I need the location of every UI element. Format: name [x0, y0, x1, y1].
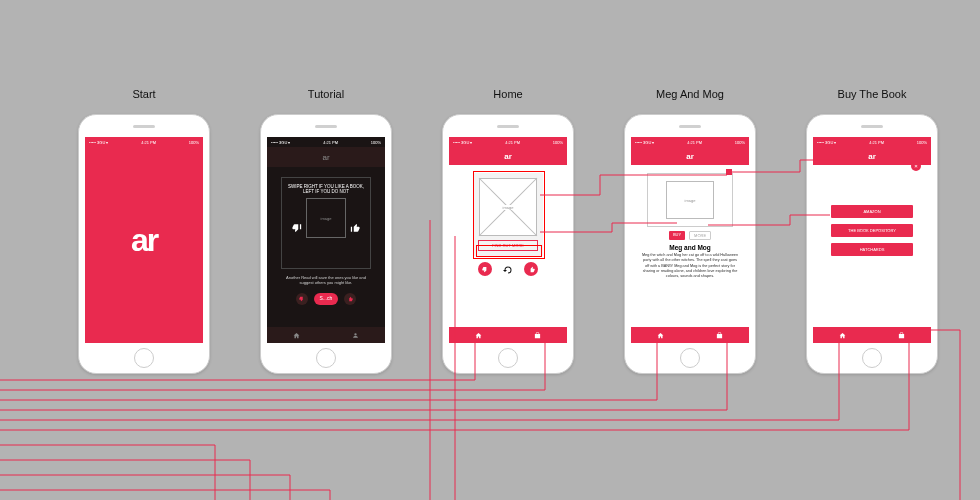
buy-tag[interactable]: BUY	[669, 231, 685, 240]
profile-icon[interactable]	[352, 332, 359, 339]
home-button[interactable]	[498, 348, 518, 368]
tutorial-frame: SWIPE RIGHT IF YOU LIKE A BOOK, LEFT IF …	[281, 177, 371, 269]
bottom-nav	[449, 327, 567, 343]
home-button[interactable]	[316, 348, 336, 368]
app-header: ar	[449, 147, 567, 165]
home-icon[interactable]	[657, 332, 664, 339]
phone-frame: ••••• 3GU ▾ 4:21 PM 100% ar image FIND O…	[442, 114, 574, 374]
thumb-up-icon	[347, 296, 353, 302]
more-tag[interactable]: MORE	[689, 231, 711, 240]
tutorial-body: Another Read will save the ones you like…	[283, 275, 369, 285]
screen-buy: Buy The Book ••••• 3GU ▾ 4:21 PM 100% ar…	[806, 88, 938, 374]
home-button[interactable]	[134, 348, 154, 368]
home-icon[interactable]	[475, 332, 482, 339]
bottom-nav	[267, 327, 385, 343]
phone-frame: ••••• 3GU ▾ 4:21 PM 100% ar × AMAZON THE…	[806, 114, 938, 374]
bottom-nav	[813, 327, 931, 343]
thumb-down-icon	[299, 296, 305, 302]
start-screen: ••••• 3GU ▾ 4:21 PM 100% ar	[85, 137, 203, 343]
wireframe-canvas: Start ••••• 3GU ▾ 4:21 PM 100% ar Tutori…	[0, 0, 980, 500]
dislike-button[interactable]	[296, 293, 308, 305]
close-button[interactable]: ×	[911, 161, 921, 171]
screen-detail: Meg And Mog ••••• 3GU ▾ 4:21 PM 100% ar …	[624, 88, 756, 374]
screen-label: Meg And Mog	[624, 88, 756, 100]
like-button[interactable]	[344, 293, 356, 305]
home-icon[interactable]	[293, 332, 300, 339]
thumb-up-icon	[528, 266, 535, 273]
buy-option-amazon[interactable]: AMAZON	[831, 205, 913, 218]
screen-label: Start	[78, 88, 210, 100]
bag-icon[interactable]	[898, 332, 905, 339]
detail-image-placeholder: image	[666, 181, 714, 219]
status-bar: ••••• 3GU ▾ 4:21 PM 100%	[85, 137, 203, 147]
tutorial-instruction: SWIPE RIGHT IF YOU LIKE A BOOK, LEFT IF …	[286, 184, 366, 194]
card-image-placeholder: image	[479, 178, 537, 236]
home-button[interactable]	[680, 348, 700, 368]
screen-label: Tutorial	[260, 88, 392, 100]
screen-label: Buy The Book	[806, 88, 938, 100]
app-header: ar	[631, 147, 749, 165]
home-button[interactable]	[862, 348, 882, 368]
phone-frame: ••••• 3GU ▾ 4:21 PM 100% ar	[78, 114, 210, 374]
bag-icon[interactable]	[534, 332, 541, 339]
screen-home: Home ••••• 3GU ▾ 4:21 PM 100% ar image F…	[442, 88, 574, 374]
dislike-button[interactable]	[478, 262, 492, 276]
book-description: Meg the witch and Mog her cat go off to …	[631, 253, 749, 280]
app-logo: ar	[131, 222, 157, 259]
status-bar: ••••• 3GU ▾ 4:21 PM 100%	[449, 137, 567, 147]
screen-tutorial: Tutorial ••••• 3GU ▾ 4:21 PM 100% ar SWI…	[260, 88, 392, 374]
tutorial-screen: ••••• 3GU ▾ 4:21 PM 100% ar SWIPE RIGHT …	[267, 137, 385, 343]
highlight-more-btn	[476, 245, 542, 257]
home-icon[interactable]	[839, 332, 846, 339]
status-bar: ••••• 3GU ▾ 4:21 PM 100%	[631, 137, 749, 147]
buy-option-hatchards[interactable]: HATCHARDS	[831, 243, 913, 256]
book-card[interactable]: image FIND OUT MORE	[473, 173, 543, 256]
tutorial-header: ar	[267, 147, 385, 167]
bag-icon[interactable]	[716, 332, 723, 339]
like-button[interactable]	[524, 262, 538, 276]
detail-screen: ••••• 3GU ▾ 4:21 PM 100% ar image BUY MO…	[631, 137, 749, 343]
screen-start: Start ••••• 3GU ▾ 4:21 PM 100% ar	[78, 88, 210, 374]
phone-frame: ••••• 3GU ▾ 4:21 PM 100% ar image BUY MO…	[624, 114, 756, 374]
thumb-down-icon	[482, 266, 489, 273]
status-bar: ••••• 3GU ▾ 4:21 PM 100%	[267, 137, 385, 147]
refresh-button[interactable]	[502, 262, 514, 274]
buy-option-bookdepository[interactable]: THE BOOK DEPOSITORY	[831, 224, 913, 237]
buy-screen: ••••• 3GU ▾ 4:21 PM 100% ar × AMAZON THE…	[813, 137, 931, 343]
detail-image-frame: image	[647, 173, 733, 227]
phone-frame: ••••• 3GU ▾ 4:21 PM 100% ar SWIPE RIGHT …	[260, 114, 392, 374]
thumb-up-icon	[350, 223, 360, 233]
book-title: Meg and Mog	[631, 244, 749, 251]
home-screen: ••••• 3GU ▾ 4:21 PM 100% ar image FIND O…	[449, 137, 567, 343]
bottom-nav	[631, 327, 749, 343]
screen-label: Home	[442, 88, 574, 100]
skip-button[interactable]: S...ch	[314, 293, 339, 305]
thumb-down-icon	[292, 223, 302, 233]
status-bar: ••••• 3GU ▾ 4:21 PM 100%	[813, 137, 931, 147]
refresh-icon	[502, 264, 514, 276]
